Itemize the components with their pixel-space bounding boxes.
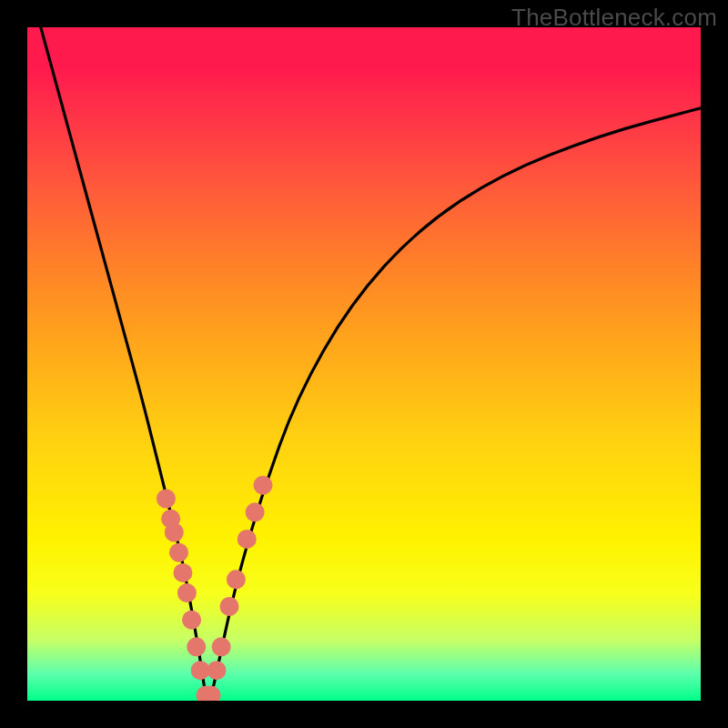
- data-marker: [254, 476, 273, 495]
- data-marker: [169, 543, 188, 562]
- data-marker: [246, 502, 265, 521]
- markers-left: [157, 490, 227, 702]
- data-marker: [238, 530, 257, 549]
- data-marker: [187, 637, 206, 656]
- curve-layer: [27, 27, 701, 701]
- data-marker: [165, 523, 184, 542]
- data-marker: [212, 637, 231, 656]
- data-marker: [220, 597, 239, 616]
- bottleneck-curve: [41, 27, 701, 697]
- chart-frame: TheBottleneck.com: [0, 0, 728, 728]
- data-marker: [207, 661, 226, 680]
- plot-area: [27, 27, 701, 701]
- data-marker: [157, 490, 176, 509]
- data-marker: [182, 611, 201, 630]
- watermark-text: TheBottleneck.com: [511, 4, 717, 32]
- data-marker: [173, 563, 192, 582]
- data-marker: [227, 570, 246, 589]
- data-marker: [177, 583, 197, 602]
